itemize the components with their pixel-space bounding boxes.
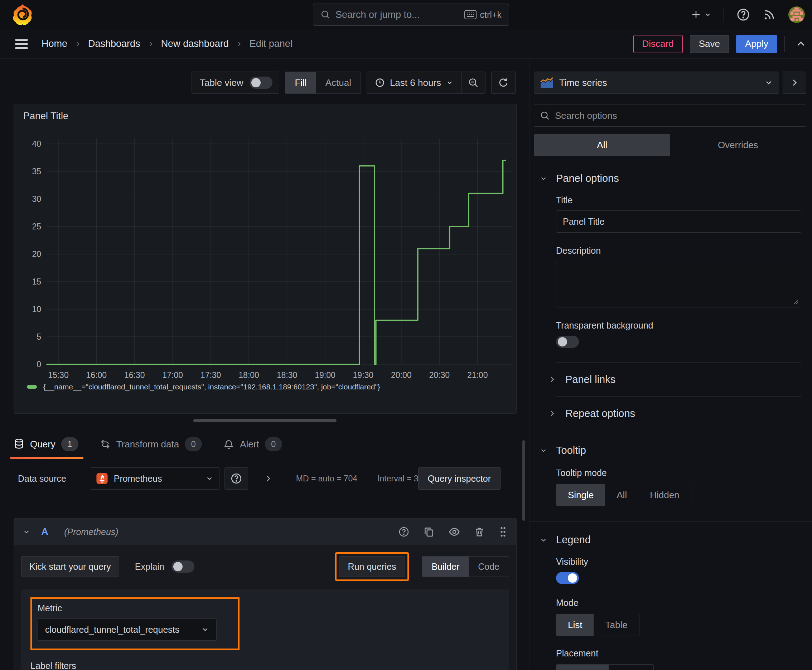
resize-grip-icon[interactable] bbox=[792, 298, 799, 305]
actions-divider bbox=[785, 36, 785, 52]
options-search[interactable]: Search options bbox=[534, 105, 806, 127]
global-search[interactable]: Search or jump to... ctrl+k bbox=[313, 3, 509, 26]
svg-text:20:30: 20:30 bbox=[429, 371, 450, 380]
question-circle-icon[interactable] bbox=[398, 526, 410, 538]
tooltip-all-option[interactable]: All bbox=[605, 484, 638, 506]
table-view-group: Table view bbox=[192, 71, 279, 94]
horizontal-resize-handle[interactable] bbox=[193, 419, 337, 422]
menu-toggle-button[interactable] bbox=[15, 39, 28, 49]
trash-icon[interactable] bbox=[474, 526, 485, 538]
time-range-picker[interactable]: Last 6 hours bbox=[367, 77, 461, 88]
time-range-label: Last 6 hours bbox=[390, 77, 441, 88]
query-options-summary[interactable]: MD = auto = 704 Interval = 30s bbox=[296, 474, 427, 484]
legend-visibility-toggle[interactable] bbox=[556, 572, 579, 584]
repeat-options-section[interactable]: Repeat options bbox=[548, 397, 812, 430]
collapse-header-button[interactable] bbox=[795, 39, 806, 49]
legend-header[interactable]: Legend bbox=[539, 534, 812, 546]
title-field-label: Title bbox=[556, 195, 801, 205]
hamburger-icon bbox=[15, 39, 28, 49]
breadcrumb-home[interactable]: Home bbox=[42, 38, 67, 49]
explain-toggle[interactable] bbox=[171, 560, 194, 573]
placement-bottom-option[interactable]: Bottom bbox=[556, 665, 609, 670]
legend-series-label[interactable]: {__name__="cloudflared_tunnel_total_requ… bbox=[43, 382, 380, 391]
grafana-edit-panel-page: Search or jump to... ctrl+k bbox=[0, 0, 812, 670]
apply-button[interactable]: Apply bbox=[736, 35, 777, 53]
run-queries-button[interactable]: Run queries bbox=[339, 556, 405, 577]
collapse-pane-button[interactable] bbox=[783, 71, 806, 94]
grafana-logo-icon[interactable] bbox=[12, 3, 33, 26]
refresh-group bbox=[491, 71, 515, 94]
tooltip-hidden-option[interactable]: Hidden bbox=[638, 484, 691, 506]
legend-mode-group: List Table bbox=[556, 614, 639, 636]
chevron-right-icon bbox=[75, 41, 81, 47]
svg-text:20: 20 bbox=[32, 249, 41, 259]
table-view-toggle[interactable] bbox=[249, 76, 273, 89]
panel-links-section[interactable]: Panel links bbox=[548, 362, 812, 396]
tab-transform-data[interactable]: Transform data 0 bbox=[100, 430, 202, 459]
chevron-down-icon bbox=[446, 79, 453, 86]
tooltip-single-option[interactable]: Single bbox=[556, 484, 605, 506]
chart-legend[interactable]: {__name__="cloudflared_tunnel_total_requ… bbox=[27, 382, 380, 391]
metric-select[interactable]: cloudflared_tunnel_total_requests bbox=[37, 618, 217, 641]
kick-start-button[interactable]: Kick start your query bbox=[21, 556, 119, 577]
run-queries-highlight: Run queries bbox=[335, 552, 409, 581]
svg-text:17:00: 17:00 bbox=[162, 371, 183, 380]
keyboard-icon bbox=[464, 10, 476, 19]
tab-query[interactable]: Query 1 bbox=[14, 430, 78, 459]
query-inspector-button[interactable]: Query inspector bbox=[418, 467, 500, 490]
datasource-help-button[interactable] bbox=[224, 467, 248, 490]
left-pane-scrollbar[interactable] bbox=[522, 440, 525, 521]
breadcrumb-new-dashboard[interactable]: New dashboard bbox=[161, 38, 229, 49]
legend-table-option[interactable]: Table bbox=[593, 614, 639, 636]
svg-text:16:00: 16:00 bbox=[86, 371, 107, 380]
panel-links-label: Panel links bbox=[565, 374, 615, 386]
section-divider bbox=[529, 431, 812, 432]
query-builder-body: Metric cloudflared_tunnel_total_requests… bbox=[21, 589, 509, 670]
query-row-header[interactable]: A (Prometheus) bbox=[14, 519, 516, 545]
tab-transform-label: Transform data bbox=[116, 439, 179, 450]
description-textarea[interactable] bbox=[556, 261, 801, 308]
avatar-image bbox=[788, 7, 805, 23]
options-tab-overrides[interactable]: Overrides bbox=[670, 134, 806, 156]
breadcrumb-dashboards[interactable]: Dashboards bbox=[88, 38, 140, 49]
zoom-out-button[interactable] bbox=[461, 72, 485, 93]
datasource-picker[interactable]: Prometheus bbox=[90, 467, 219, 490]
user-avatar[interactable] bbox=[788, 7, 805, 23]
legend-list-option[interactable]: List bbox=[556, 614, 593, 636]
svg-text:15:30: 15:30 bbox=[48, 371, 69, 380]
tooltip-header[interactable]: Tooltip bbox=[539, 445, 812, 456]
fill-option[interactable]: Fill bbox=[285, 72, 316, 93]
eye-icon[interactable] bbox=[448, 526, 460, 538]
description-field-label: Description bbox=[556, 245, 801, 256]
code-option[interactable]: Code bbox=[469, 557, 509, 577]
news-button[interactable] bbox=[763, 8, 776, 22]
help-button[interactable] bbox=[736, 7, 751, 22]
discard-button[interactable]: Discard bbox=[633, 35, 683, 53]
chevron-down-icon bbox=[765, 78, 773, 87]
database-icon bbox=[14, 438, 24, 450]
timeseries-chart[interactable]: 051015202530354015:3016:0016:3017:0017:3… bbox=[14, 129, 517, 380]
chevron-up-icon bbox=[795, 39, 806, 49]
panel-options-header[interactable]: Panel options bbox=[539, 173, 812, 184]
time-range-group: Last 6 hours bbox=[367, 71, 485, 94]
repeat-options-label: Repeat options bbox=[565, 408, 635, 420]
placement-right-option[interactable]: Right bbox=[609, 665, 653, 670]
top-nav-right bbox=[691, 0, 805, 29]
panel-options-title: Panel options bbox=[556, 173, 619, 184]
tab-alert[interactable]: Alert 0 bbox=[224, 430, 282, 459]
visualization-picker[interactable]: Time series bbox=[534, 71, 779, 94]
duplicate-icon[interactable] bbox=[423, 526, 435, 538]
actual-option[interactable]: Actual bbox=[316, 72, 361, 93]
explain-control: Explain bbox=[135, 560, 194, 573]
builder-option[interactable]: Builder bbox=[422, 557, 469, 577]
options-tab-all[interactable]: All bbox=[534, 134, 670, 156]
save-button[interactable]: Save bbox=[690, 35, 729, 53]
add-new-button[interactable] bbox=[691, 9, 711, 20]
explain-label: Explain bbox=[135, 562, 164, 572]
svg-text:35: 35 bbox=[32, 167, 41, 176]
refresh-button[interactable] bbox=[492, 72, 515, 93]
panel-title-input[interactable] bbox=[556, 210, 801, 233]
transparent-bg-toggle[interactable] bbox=[556, 336, 579, 348]
drag-handle-icon[interactable] bbox=[498, 526, 508, 538]
query-options-expander[interactable] bbox=[264, 474, 273, 483]
